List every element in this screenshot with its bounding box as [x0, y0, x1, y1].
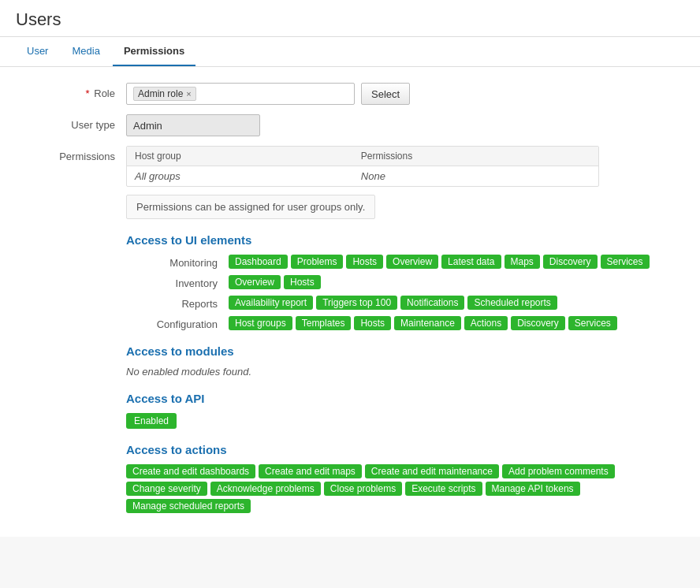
action-tag: Create and edit maintenance: [365, 464, 499, 478]
inventory-tags: OverviewHosts: [229, 275, 321, 289]
action-tag: Create and edit dashboards: [126, 464, 255, 478]
monitoring-tag: Maps: [505, 255, 540, 269]
role-tag-label: Admin role: [138, 88, 183, 99]
col-permissions: Permissions: [353, 147, 598, 166]
monitoring-tag: Discovery: [543, 255, 598, 269]
tab-media[interactable]: Media: [61, 37, 110, 66]
monitoring-tag: Overview: [386, 255, 438, 269]
permissions-table: Host group Permissions All groups None: [127, 147, 598, 186]
access-ui-section: Access to UI elements Monitoring Dashboa…: [24, 233, 676, 330]
action-tags: Create and edit dashboardsCreate and edi…: [126, 464, 676, 513]
select-button[interactable]: Select: [361, 83, 410, 105]
configuration-tag: Actions: [464, 316, 508, 330]
page-title: Users: [16, 9, 684, 30]
permissions-table-wrapper: Host group Permissions All groups None: [126, 146, 599, 187]
tab-permissions[interactable]: Permissions: [113, 37, 195, 66]
perm-host-group-value: All groups: [127, 166, 353, 187]
monitoring-tag: Hosts: [346, 255, 383, 269]
access-actions-title: Access to actions: [126, 443, 676, 456]
permissions-note: Permissions can be assigned for user gro…: [126, 195, 375, 219]
access-api-section: Access to API Enabled: [24, 392, 676, 429]
tab-user[interactable]: User: [16, 37, 59, 66]
access-actions-section: Access to actions Create and edit dashbo…: [24, 443, 676, 513]
action-tag: Manage API tokens: [486, 482, 580, 496]
permissions-content: Host group Permissions All groups None P…: [126, 146, 599, 219]
configuration-row: Configuration Host groupsTemplatesHostsM…: [126, 316, 676, 330]
reports-tag: Scheduled reports: [467, 296, 557, 310]
action-tag: Change severity: [126, 482, 207, 496]
access-modules-section: Access to modules No enabled modules fou…: [24, 344, 676, 378]
required-star: *: [86, 87, 90, 99]
reports-tag: Triggers top 100: [316, 296, 397, 310]
permissions-label: Permissions: [24, 146, 126, 162]
inventory-tag: Overview: [229, 275, 281, 289]
configuration-tag: Services: [568, 316, 617, 330]
monitoring-label: Monitoring: [126, 255, 229, 269]
role-tag: Admin role ×: [133, 87, 196, 101]
action-tag: Acknowledge problems: [210, 482, 321, 496]
access-modules-title: Access to modules: [126, 344, 676, 358]
configuration-tag: Discovery: [511, 316, 565, 330]
configuration-tag: Hosts: [354, 316, 391, 330]
monitoring-tag: Problems: [291, 255, 344, 269]
action-tag: Close problems: [324, 482, 402, 496]
reports-label: Reports: [126, 296, 229, 310]
usertype-value: Admin: [133, 120, 162, 132]
usertype-field: Admin: [126, 114, 260, 136]
usertype-row: User type Admin: [24, 114, 676, 136]
role-tag-close[interactable]: ×: [186, 89, 191, 99]
access-ui-title: Access to UI elements: [126, 233, 676, 247]
configuration-tag: Maintenance: [394, 316, 461, 330]
reports-row: Reports Availability reportTriggers top …: [126, 296, 676, 310]
inventory-label: Inventory: [126, 275, 229, 289]
role-row: * Role Admin role × Select: [24, 83, 676, 105]
reports-tag: Availability report: [229, 296, 313, 310]
monitoring-tag: Services: [601, 255, 650, 269]
tabs-bar: User Media Permissions: [0, 37, 700, 67]
monitoring-tags: DashboardProblemsHostsOverviewLatest dat…: [229, 255, 650, 269]
configuration-tag: Host groups: [229, 316, 292, 330]
usertype-label: User type: [24, 114, 126, 131]
role-input-wrapper: Admin role × Select: [126, 83, 410, 105]
inventory-row: Inventory OverviewHosts: [126, 275, 676, 289]
reports-tags: Availability reportTriggers top 100Notif…: [229, 296, 557, 310]
reports-tag: Notifications: [400, 296, 464, 310]
inventory-tag: Hosts: [284, 275, 321, 289]
api-enabled-tag: Enabled: [126, 413, 177, 429]
access-api-title: Access to API: [126, 392, 676, 405]
monitoring-tag: Dashboard: [229, 255, 288, 269]
action-tag: Manage scheduled reports: [126, 499, 251, 513]
role-label: * Role: [24, 83, 126, 99]
role-field: Admin role ×: [126, 83, 355, 105]
col-host-group: Host group: [127, 147, 353, 166]
configuration-tag: Templates: [296, 316, 352, 330]
action-tag: Execute scripts: [405, 482, 482, 496]
action-tag: Add problem comments: [502, 464, 615, 478]
no-modules-text: No enabled modules found.: [126, 366, 676, 378]
configuration-label: Configuration: [126, 316, 229, 330]
permissions-row: Permissions Host group Permissions All g…: [24, 146, 676, 219]
monitoring-tag: Latest data: [441, 255, 501, 269]
monitoring-row: Monitoring DashboardProblemsHostsOvervie…: [126, 255, 676, 269]
perm-value: None: [353, 166, 598, 187]
table-row: All groups None: [127, 166, 598, 187]
action-tag: Create and edit maps: [259, 464, 362, 478]
api-tags: Enabled: [126, 413, 676, 429]
main-content: * Role Admin role × Select User type Adm…: [0, 67, 700, 537]
configuration-tags: Host groupsTemplatesHostsMaintenanceActi…: [229, 316, 617, 330]
